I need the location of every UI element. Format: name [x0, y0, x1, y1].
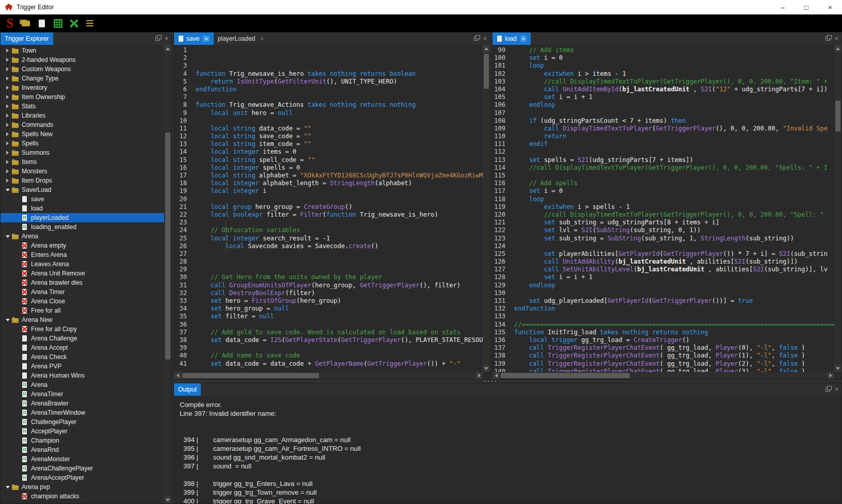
tree-item-change-type[interactable]: Change Type	[1, 74, 164, 83]
scroll-left-icon[interactable]	[174, 372, 181, 379]
tree-item-item-drops[interactable]: Item Drops	[1, 176, 164, 185]
expand-arrow-icon[interactable]	[4, 148, 11, 157]
center-code[interactable]: function Trig_newsave_is_hero takes noth…	[192, 45, 483, 372]
expand-arrow-icon[interactable]	[4, 55, 11, 64]
expand-arrow-icon[interactable]	[4, 64, 11, 74]
tree-item-free-for-all-copy[interactable]: Free for all Copy	[1, 324, 164, 334]
collapse-arrow-icon[interactable]	[4, 232, 11, 241]
tree-item-arena-accept[interactable]: Arena Accept	[1, 343, 164, 352]
scroll-right-icon[interactable]	[827, 372, 834, 379]
right-code[interactable]: // Add items set i = 0 loop exitwhen i >…	[510, 45, 834, 372]
tree-item-arenatimer[interactable]: ArenaTimer	[1, 389, 164, 399]
tree-item-item-ownership[interactable]: Item Ownership	[1, 92, 164, 102]
tree-item-summons[interactable]: Summons	[1, 148, 164, 157]
close-panel-icon[interactable]: ×	[165, 36, 168, 42]
editor-logo-icon[interactable]: S	[4, 17, 15, 30]
tree-item-arena-brawler-dies[interactable]: Arena brawler dies	[1, 278, 164, 287]
tree-item-spells[interactable]: Spells	[1, 139, 164, 148]
close-panel-icon[interactable]: ×	[483, 36, 487, 42]
tree-item-champion-attacks[interactable]: champion attacks	[1, 492, 164, 501]
collapse-arrow-icon[interactable]	[4, 185, 11, 194]
scroll-up-icon[interactable]	[164, 45, 171, 52]
close-tab-icon[interactable]: ×	[520, 36, 527, 42]
scrollbar-thumb[interactable]	[484, 54, 489, 89]
expand-arrow-icon[interactable]	[4, 176, 11, 185]
scrollbar-thumb[interactable]	[501, 373, 630, 378]
scroll-up-icon[interactable]	[834, 45, 841, 52]
close-button[interactable]: ×	[818, 0, 842, 14]
tree-item-load[interactable]: load	[1, 204, 164, 213]
new-category-icon[interactable]	[20, 17, 31, 30]
tree-item-playerloaded[interactable]: playerLoaded	[1, 213, 164, 222]
tree-item-stats[interactable]: Stats	[1, 102, 164, 111]
expand-arrow-icon[interactable]	[4, 167, 11, 176]
expand-arrow-icon[interactable]	[4, 157, 11, 167]
tree-item-arena-timer[interactable]: Arena Timer	[1, 287, 164, 297]
convert-to-text-icon[interactable]	[68, 17, 80, 30]
scroll-up-icon[interactable]	[483, 45, 490, 52]
tree-item-town[interactable]: Town	[1, 46, 164, 55]
center-vscrollbar[interactable]	[483, 45, 490, 372]
new-comment-icon[interactable]	[84, 17, 96, 30]
float-panel-icon[interactable]	[155, 37, 160, 41]
scrollbar-thumb[interactable]	[182, 373, 319, 378]
center-hscrollbar[interactable]	[174, 372, 483, 379]
tree-item-arenabrawler[interactable]: ArenaBrawler	[1, 399, 164, 408]
new-trigger-icon[interactable]	[36, 17, 47, 30]
tree-item-2-handed-weapons[interactable]: 2-handed Weapons	[1, 55, 164, 64]
tree-item-save[interactable]: save	[1, 194, 164, 204]
tab-output[interactable]: Output	[174, 383, 201, 396]
float-panel-icon[interactable]	[825, 387, 830, 392]
tree-item-commands[interactable]: Commands	[1, 120, 164, 129]
close-panel-icon[interactable]: ×	[835, 386, 838, 393]
float-panel-icon[interactable]	[474, 37, 479, 41]
collapse-arrow-icon[interactable]	[4, 315, 11, 324]
tree-item-arena-close[interactable]: Arena Close	[1, 297, 164, 306]
tree-item-arena-unit-remove[interactable]: Arena Unit Remove	[1, 269, 164, 278]
tree-item-acceptplayer[interactable]: AcceptPlayer	[1, 427, 164, 436]
tree-item-arenaacceptplayer[interactable]: ArenaAcceptPlayer	[1, 473, 164, 482]
tree-item-arena[interactable]: Arena	[1, 380, 164, 389]
close-panel-icon[interactable]: ×	[835, 36, 838, 42]
scroll-down-icon[interactable]	[834, 365, 841, 372]
tree-item-arena-new[interactable]: Arena New	[1, 315, 164, 324]
tree-item-free-for-all[interactable]: Free for all	[1, 306, 164, 315]
editor-load[interactable]: 9910010110210310410510610710810911011111…	[493, 45, 834, 372]
tree-item-arenatimerwindow[interactable]: ArenaTimerWindow	[1, 408, 164, 417]
tree-item-arenachallengeplayer[interactable]: ArenaChallengePlayer	[1, 464, 164, 473]
expand-arrow-icon[interactable]	[4, 129, 11, 139]
expand-arrow-icon[interactable]	[4, 46, 11, 55]
tab-playerloaded[interactable]: playerLoaded×	[214, 32, 269, 45]
explorer-vscrollbar[interactable]	[164, 45, 171, 503]
close-tab-icon[interactable]: ×	[203, 36, 209, 42]
expand-arrow-icon[interactable]	[4, 102, 11, 111]
tab-save[interactable]: save×	[174, 32, 214, 45]
right-vscrollbar[interactable]	[834, 45, 841, 372]
minimize-button[interactable]: –	[771, 0, 795, 14]
tree-item-arena-pvp[interactable]: Arena PVP	[1, 362, 164, 371]
editor-save[interactable]: 1234567891011121314151617181920212223242…	[174, 45, 483, 372]
scrollbar-thumb[interactable]	[165, 133, 170, 360]
tree-item-spells-new[interactable]: Spells New	[1, 129, 164, 139]
tree-item-arena-check[interactable]: Arena Check	[1, 352, 164, 362]
right-hscrollbar[interactable]	[493, 372, 834, 379]
scroll-down-icon[interactable]	[483, 365, 490, 372]
tree-item-arena[interactable]: Arena	[1, 232, 164, 241]
tree-item-loading-enabled[interactable]: loading_enabled	[1, 222, 164, 232]
expand-arrow-icon[interactable]	[4, 83, 11, 92]
expand-arrow-icon[interactable]	[4, 111, 11, 120]
tree-item-leaves-arena[interactable]: Leaves Arena	[1, 259, 164, 269]
scrollbar-thumb[interactable]	[835, 101, 840, 132]
expand-arrow-icon[interactable]	[4, 92, 11, 102]
tree-item-arena-pvp[interactable]: Arena pvp	[1, 482, 164, 492]
tree-item-challengeplayer[interactable]: ChallengePlayer	[1, 417, 164, 427]
scroll-left-icon[interactable]	[493, 372, 500, 379]
scroll-down-icon[interactable]	[164, 496, 171, 503]
maximize-button[interactable]: □	[795, 0, 818, 14]
tab-load[interactable]: load×	[493, 32, 531, 45]
close-tab-icon[interactable]: ×	[259, 36, 265, 42]
expand-arrow-icon[interactable]	[4, 74, 11, 83]
tree-item-arena-challenge[interactable]: Arena Challenge	[1, 334, 164, 343]
scroll-right-icon[interactable]	[475, 372, 483, 379]
collapse-arrow-icon[interactable]	[4, 482, 11, 492]
